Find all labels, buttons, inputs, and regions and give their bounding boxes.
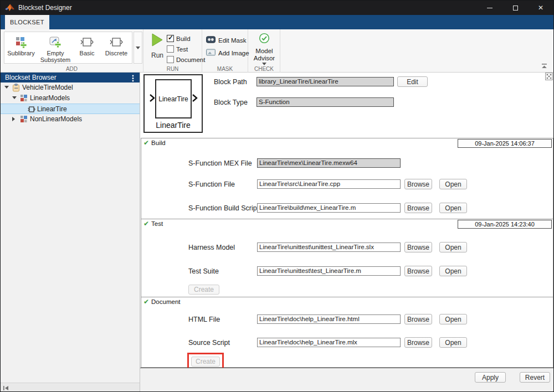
open-sfunction-file-button[interactable]: Open	[439, 179, 467, 189]
test-checkbox[interactable]	[167, 45, 174, 53]
open-harness-button[interactable]: Open	[439, 242, 467, 252]
test-timestamp: 09-Jan-2025 14:23:40	[458, 220, 552, 229]
tree-item-linearmodels[interactable]: LinearModels	[1, 93, 140, 104]
empty-subsystem-button[interactable]: Empty Subsystem	[38, 32, 73, 63]
close-button[interactable]	[528, 1, 553, 15]
discrete-block-button[interactable]: Discrete	[101, 32, 132, 63]
blockset-browser-header: Blockset Browser	[1, 73, 140, 82]
block-path-label: Block Path	[214, 78, 247, 86]
source-script-field[interactable]: LinearTire\doc\help_LinearTire.mlx	[257, 338, 401, 347]
ribbon-caption-check: CHECK	[248, 66, 280, 72]
browse-build-script-button[interactable]: Browse	[404, 203, 432, 213]
run-button[interactable]: Run	[148, 33, 167, 61]
test-section: Test 09-Jan-2025 14:23:40 Harness Model …	[141, 219, 553, 297]
tree-item-nonlinearmodels[interactable]: NonLinearModels	[1, 114, 140, 125]
build-checkbox[interactable]	[167, 35, 174, 42]
sublibrary-icon	[20, 115, 28, 125]
blockset-browser-panel: Blockset Browser VehicleTireModel	[1, 73, 140, 392]
open-source-script-button[interactable]: Open	[439, 337, 467, 348]
scroll-left-end-icon	[3, 385, 9, 391]
browse-sfunction-file-button[interactable]: Browse	[404, 179, 432, 189]
footer-bar: Apply Revert	[140, 368, 554, 392]
basic-block-icon	[80, 35, 94, 49]
minimize-button[interactable]	[477, 1, 502, 15]
sublibrary-icon	[15, 35, 27, 49]
block-icon	[28, 106, 35, 114]
document-checkbox[interactable]	[167, 56, 174, 63]
matlab-logo-icon	[5, 4, 14, 12]
browse-source-script-button[interactable]: Browse	[404, 337, 432, 348]
app-window: Blockset Designer BLOCKSET	[0, 0, 554, 392]
harness-model-label: Harness Model	[188, 244, 235, 251]
detach-panel-button[interactable]	[545, 73, 553, 82]
test-suite-field[interactable]: LinearTire\unittest\test_LinearTire.m	[257, 266, 401, 276]
collapse-ribbon-button[interactable]	[540, 63, 548, 69]
discrete-block-icon	[109, 35, 124, 49]
build-script-field[interactable]: LinearTire\build\mex_LinearTire.m	[257, 203, 401, 213]
input-port-icon	[149, 94, 155, 105]
expander-expanded-icon[interactable]	[12, 96, 17, 101]
open-test-suite-button[interactable]: Open	[439, 266, 467, 276]
ribbon-group-add: Sublibrary Empty Subsystem	[1, 29, 143, 73]
source-script-label: Source Script	[188, 339, 230, 347]
build-checkbox-row[interactable]: Build	[167, 33, 205, 44]
mex-file-field: LinearTire\mex\LinearTire.mexw64	[257, 158, 401, 168]
document-checkbox-row[interactable]: Document	[167, 54, 205, 65]
tree-item-vehicletiremodel[interactable]: VehicleTireModel	[1, 82, 140, 93]
expander-expanded-icon[interactable]	[4, 86, 9, 90]
open-html-button[interactable]: Open	[439, 314, 467, 324]
browse-test-suite-button[interactable]: Browse	[404, 266, 432, 276]
title-bar: Blockset Designer	[1, 1, 553, 15]
test-section-header: Test	[143, 220, 163, 227]
tree-item-lineartire[interactable]: LinearTire	[1, 104, 140, 114]
harness-model-field[interactable]: LinearTire\unittest\unittest_LinearTire.…	[257, 243, 401, 252]
browse-html-button[interactable]: Browse	[404, 314, 432, 324]
sfunction-file-field[interactable]: LinearTire\src\LinearTire.cpp	[257, 179, 401, 189]
apply-button[interactable]: Apply	[475, 372, 506, 383]
edit-mask-icon	[206, 35, 216, 45]
basic-block-button[interactable]: Basic	[73, 32, 101, 63]
model-advisor-icon	[259, 33, 270, 46]
library-icon	[12, 84, 20, 94]
sublibrary-button[interactable]: Sublibrary	[4, 32, 38, 63]
maximize-button[interactable]	[502, 1, 528, 15]
add-image-button[interactable]: Add Image	[206, 48, 249, 58]
revert-button[interactable]: Revert	[520, 372, 550, 383]
ribbon-caption-add: ADD	[1, 66, 143, 72]
document-section-header: Document	[143, 298, 180, 305]
chevron-down-icon	[262, 63, 266, 65]
kebab-menu-icon	[132, 75, 134, 82]
sfunction-file-label: S-Function File	[188, 180, 235, 188]
collapse-ribbon-icon	[541, 63, 547, 69]
browse-harness-button[interactable]: Browse	[404, 242, 432, 252]
create-test-button[interactable]: Create	[188, 285, 219, 295]
sidebar-scrollbar[interactable]	[1, 383, 140, 392]
open-build-script-button[interactable]: Open	[439, 203, 467, 213]
block-preview-thumbnail: LinearTire LinearTire	[143, 74, 203, 133]
blockset-tree: VehicleTireModel LinearModels	[1, 82, 140, 125]
add-gallery-dropdown[interactable]	[134, 32, 142, 64]
block-type-label: Block Type	[214, 99, 248, 106]
build-timestamp: 09-Jan-2025 14:06:37	[458, 139, 552, 148]
build-script-label: S-Function Build Script	[188, 204, 259, 212]
expander-collapsed-icon[interactable]	[12, 117, 17, 121]
status-check-icon	[143, 298, 149, 305]
close-icon	[538, 4, 543, 11]
block-preview-caption: LinearTire	[145, 121, 202, 130]
test-checkbox-row[interactable]: Test	[167, 44, 205, 54]
sublibrary-icon	[20, 94, 28, 104]
edit-mask-button[interactable]: Edit Mask	[206, 35, 247, 45]
block-detail-panel: LinearTire LinearTire Block Path library…	[140, 73, 554, 368]
test-suite-label: Test Suite	[188, 267, 219, 275]
window-title: Blockset Designer	[18, 4, 72, 12]
tab-blockset[interactable]: BLOCKSET	[5, 15, 49, 29]
run-play-icon	[151, 33, 164, 49]
edit-block-path-button[interactable]: Edit	[397, 76, 428, 87]
blockset-browser-title: Blockset Browser	[5, 74, 57, 81]
maximize-icon	[513, 6, 518, 11]
html-file-label: HTML File	[188, 316, 220, 323]
run-options: Build Test Document	[167, 33, 205, 65]
html-file-field[interactable]: LinearTire\doc\help_LinearTire.html	[257, 314, 401, 324]
toolstrip-ribbon: Sublibrary Empty Subsystem	[1, 29, 553, 73]
model-advisor-button[interactable]: Model Advisor	[248, 33, 280, 65]
